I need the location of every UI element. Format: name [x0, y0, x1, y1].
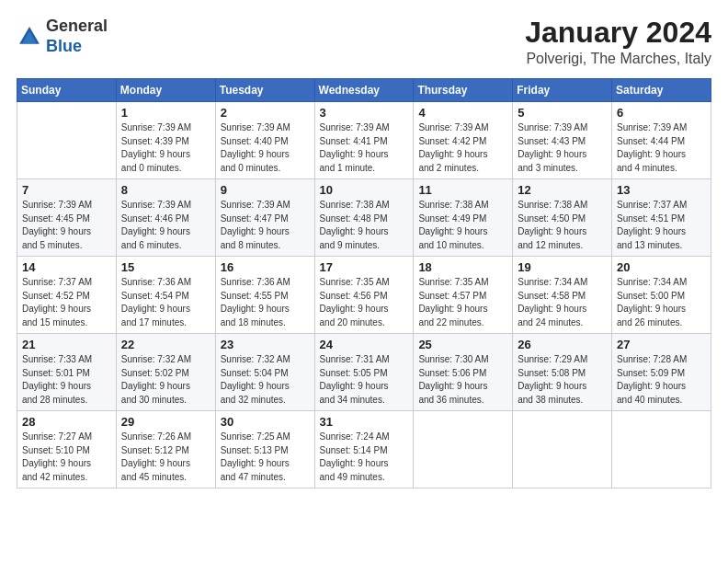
day-number-0-3: 3 [320, 106, 410, 120]
cell-info-1-5: Sunrise: 7:38 AM Sunset: 4:50 PM Dayligh… [518, 199, 608, 252]
cell-info-0-2: Sunrise: 7:39 AM Sunset: 4:40 PM Dayligh… [221, 121, 311, 175]
day-number-3-1: 22 [121, 338, 211, 351]
cell-4-6 [612, 411, 711, 488]
cell-0-3: 3Sunrise: 7:39 AM Sunset: 4:41 PM Daylig… [314, 102, 414, 179]
day-number-0-2: 2 [221, 106, 311, 120]
cell-info-3-6: Sunrise: 7:28 AM Sunset: 5:09 PM Dayligh… [617, 353, 707, 407]
cell-4-4 [414, 411, 513, 488]
cell-3-3: 24Sunrise: 7:31 AM Sunset: 5:05 PM Dayli… [314, 334, 414, 411]
cell-info-1-1: Sunrise: 7:39 AM Sunset: 4:46 PM Dayligh… [121, 199, 211, 252]
cell-info-2-3: Sunrise: 7:35 AM Sunset: 4:56 PM Dayligh… [320, 276, 410, 329]
day-number-3-3: 24 [320, 338, 410, 351]
day-number-3-4: 25 [418, 338, 508, 351]
cell-info-2-6: Sunrise: 7:34 AM Sunset: 5:00 PM Dayligh… [617, 276, 707, 329]
cell-info-0-4: Sunrise: 7:39 AM Sunset: 4:42 PM Dayligh… [418, 121, 508, 175]
day-number-1-6: 13 [617, 183, 707, 197]
day-number-1-0: 7 [22, 183, 112, 197]
cell-info-3-1: Sunrise: 7:32 AM Sunset: 5:02 PM Dayligh… [121, 353, 211, 407]
page: General Blue January 2024 Polverigi, The… [0, 0, 728, 563]
cell-info-4-1: Sunrise: 7:26 AM Sunset: 5:12 PM Dayligh… [121, 431, 211, 484]
col-friday: Friday [513, 79, 612, 102]
cell-info-3-4: Sunrise: 7:30 AM Sunset: 5:06 PM Dayligh… [418, 353, 508, 407]
cell-2-5: 19Sunrise: 7:34 AM Sunset: 4:58 PM Dayli… [513, 257, 612, 334]
day-number-1-3: 10 [320, 183, 410, 197]
col-saturday: Saturday [612, 79, 711, 102]
cell-4-5 [513, 411, 612, 488]
cell-3-4: 25Sunrise: 7:30 AM Sunset: 5:06 PM Dayli… [414, 334, 513, 411]
location-title: Polverigi, The Marches, Italy [525, 51, 711, 67]
day-number-3-6: 27 [617, 338, 707, 351]
day-number-2-6: 20 [617, 260, 707, 274]
month-title: January 2024 [525, 17, 711, 49]
cell-0-6: 6Sunrise: 7:39 AM Sunset: 4:44 PM Daylig… [612, 102, 711, 179]
cell-2-1: 15Sunrise: 7:36 AM Sunset: 4:54 PM Dayli… [116, 257, 215, 334]
cell-3-5: 26Sunrise: 7:29 AM Sunset: 5:08 PM Dayli… [513, 334, 612, 411]
cell-info-0-5: Sunrise: 7:39 AM Sunset: 4:43 PM Dayligh… [518, 121, 608, 175]
logo-general-text: General [46, 17, 108, 35]
day-number-2-4: 18 [418, 260, 508, 274]
day-number-4-1: 29 [121, 415, 211, 429]
cell-info-0-1: Sunrise: 7:39 AM Sunset: 4:39 PM Dayligh… [121, 121, 211, 175]
week-row-2: 14Sunrise: 7:37 AM Sunset: 4:52 PM Dayli… [17, 257, 711, 334]
cell-info-2-5: Sunrise: 7:34 AM Sunset: 4:58 PM Dayligh… [518, 276, 608, 329]
cell-info-4-2: Sunrise: 7:25 AM Sunset: 5:13 PM Dayligh… [221, 431, 311, 484]
day-number-0-4: 4 [418, 106, 508, 120]
cell-info-2-0: Sunrise: 7:37 AM Sunset: 4:52 PM Dayligh… [22, 276, 112, 329]
title-block: January 2024 Polverigi, The Marches, Ita… [525, 17, 711, 67]
cell-3-1: 22Sunrise: 7:32 AM Sunset: 5:02 PM Dayli… [116, 334, 215, 411]
cell-4-3: 31Sunrise: 7:24 AM Sunset: 5:14 PM Dayli… [314, 411, 414, 488]
cell-4-2: 30Sunrise: 7:25 AM Sunset: 5:13 PM Dayli… [215, 411, 314, 488]
cell-1-6: 13Sunrise: 7:37 AM Sunset: 4:51 PM Dayli… [612, 179, 711, 257]
logo-icon [17, 24, 42, 50]
cell-0-5: 5Sunrise: 7:39 AM Sunset: 4:43 PM Daylig… [513, 102, 612, 179]
day-number-2-3: 17 [320, 260, 410, 274]
cell-info-1-6: Sunrise: 7:37 AM Sunset: 4:51 PM Dayligh… [617, 199, 707, 252]
cell-info-0-6: Sunrise: 7:39 AM Sunset: 4:44 PM Dayligh… [617, 121, 707, 175]
day-number-2-0: 14 [22, 260, 112, 274]
col-thursday: Thursday [414, 79, 513, 102]
day-number-1-4: 11 [418, 183, 508, 197]
day-number-4-3: 31 [320, 415, 410, 429]
week-row-0: 1Sunrise: 7:39 AM Sunset: 4:39 PM Daylig… [17, 102, 711, 179]
cell-3-6: 27Sunrise: 7:28 AM Sunset: 5:09 PM Dayli… [612, 334, 711, 411]
cell-0-2: 2Sunrise: 7:39 AM Sunset: 4:40 PM Daylig… [215, 102, 314, 179]
day-number-4-2: 30 [221, 415, 311, 429]
logo-blue-text: Blue [46, 37, 82, 55]
day-number-0-5: 5 [518, 106, 608, 120]
week-row-4: 28Sunrise: 7:27 AM Sunset: 5:10 PM Dayli… [17, 411, 711, 488]
cell-1-3: 10Sunrise: 7:38 AM Sunset: 4:48 PM Dayli… [314, 179, 414, 257]
cell-4-1: 29Sunrise: 7:26 AM Sunset: 5:12 PM Dayli… [116, 411, 215, 488]
col-sunday: Sunday [17, 79, 117, 102]
day-number-3-0: 21 [22, 338, 112, 351]
cell-info-1-3: Sunrise: 7:38 AM Sunset: 4:48 PM Dayligh… [320, 199, 410, 252]
col-monday: Monday [116, 79, 215, 102]
cell-info-3-3: Sunrise: 7:31 AM Sunset: 5:05 PM Dayligh… [320, 353, 410, 407]
cell-4-0: 28Sunrise: 7:27 AM Sunset: 5:10 PM Dayli… [17, 411, 117, 488]
day-number-0-1: 1 [121, 106, 211, 120]
cell-1-2: 9Sunrise: 7:39 AM Sunset: 4:47 PM Daylig… [215, 179, 314, 257]
cell-2-6: 20Sunrise: 7:34 AM Sunset: 5:00 PM Dayli… [612, 257, 711, 334]
cell-2-0: 14Sunrise: 7:37 AM Sunset: 4:52 PM Dayli… [17, 257, 117, 334]
cell-info-3-5: Sunrise: 7:29 AM Sunset: 5:08 PM Dayligh… [518, 353, 608, 407]
day-number-3-5: 26 [518, 338, 608, 351]
cell-info-4-3: Sunrise: 7:24 AM Sunset: 5:14 PM Dayligh… [320, 431, 410, 484]
logo-text: General Blue [46, 17, 108, 56]
cell-0-0 [17, 102, 117, 179]
cell-1-4: 11Sunrise: 7:38 AM Sunset: 4:49 PM Dayli… [414, 179, 513, 257]
cell-info-2-2: Sunrise: 7:36 AM Sunset: 4:55 PM Dayligh… [221, 276, 311, 329]
cell-3-2: 23Sunrise: 7:32 AM Sunset: 5:04 PM Dayli… [215, 334, 314, 411]
header-row: Sunday Monday Tuesday Wednesday Thursday… [17, 79, 711, 102]
week-row-1: 7Sunrise: 7:39 AM Sunset: 4:45 PM Daylig… [17, 179, 711, 257]
cell-2-3: 17Sunrise: 7:35 AM Sunset: 4:56 PM Dayli… [314, 257, 414, 334]
day-number-0-6: 6 [617, 106, 707, 120]
logo: General Blue [17, 17, 108, 56]
day-number-1-5: 12 [518, 183, 608, 197]
day-number-3-2: 23 [221, 338, 311, 351]
cell-0-1: 1Sunrise: 7:39 AM Sunset: 4:39 PM Daylig… [116, 102, 215, 179]
cell-3-0: 21Sunrise: 7:33 AM Sunset: 5:01 PM Dayli… [17, 334, 117, 411]
cell-2-4: 18Sunrise: 7:35 AM Sunset: 4:57 PM Dayli… [414, 257, 513, 334]
day-number-2-1: 15 [121, 260, 211, 274]
cell-2-2: 16Sunrise: 7:36 AM Sunset: 4:55 PM Dayli… [215, 257, 314, 334]
day-number-4-0: 28 [22, 415, 112, 429]
cell-info-4-0: Sunrise: 7:27 AM Sunset: 5:10 PM Dayligh… [22, 431, 112, 484]
